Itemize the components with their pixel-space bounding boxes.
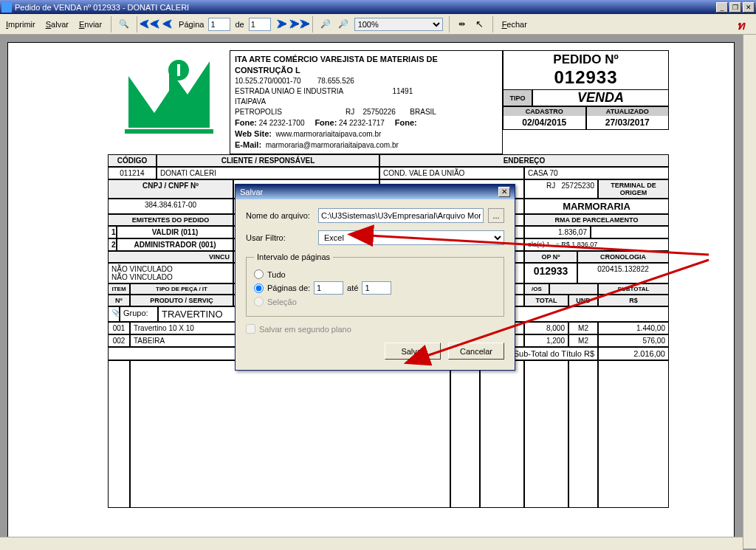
codigo-label: CÓDIGO (108, 154, 157, 167)
last-page-icon[interactable]: ⮞⮞ (293, 18, 306, 31)
dialog-titlebar[interactable]: Salvar ✕ (236, 185, 515, 199)
close-menu[interactable]: Fechar (499, 18, 530, 30)
page-label: Página (179, 20, 204, 29)
order-title: PEDIDO Nº (504, 52, 668, 67)
company-logo (108, 50, 230, 146)
browse-button[interactable]: ... (488, 208, 504, 223)
window-title: Pedido de VENDA nº 012933 - DONATI CALER… (15, 3, 715, 12)
filename-input[interactable] (318, 208, 484, 223)
page-total-input (249, 18, 271, 31)
tipo-label: TIPO (503, 89, 532, 106)
order-number: 012933 (504, 67, 668, 88)
company-name: ITA ARTE COMÉRCIO VAREJISTA DE MATERIAIS… (235, 55, 438, 75)
page-range-fieldset: Intervalo de páginas Tudo Páginas de: at… (246, 252, 504, 317)
cadastro-label: CADASTRO (504, 107, 585, 116)
order-box: PEDIDO Nº 012933 TIPO VENDA CADASTRO 02/… (503, 50, 669, 154)
radio-all[interactable] (254, 269, 264, 279)
op-label: OP Nº (524, 251, 577, 263)
cnpj-value: 384.384.617-00 (108, 199, 233, 214)
dialog-title: Salvar (240, 188, 263, 196)
company-info: ITA ARTE COMÉRCIO VAREJISTA DE MATERIAIS… (230, 50, 503, 154)
cliente-value: DONATI CALERI (157, 167, 379, 179)
cronologia-label: CRONOLOGIA (577, 251, 669, 263)
pointer-icon[interactable]: ↖ (473, 18, 487, 31)
print-menu[interactable]: Imprimir (3, 18, 38, 30)
svg-rect-2 (125, 129, 213, 134)
next-page-icon[interactable]: ⮞ (275, 18, 289, 31)
filename-label: Nome do arquivo: (246, 211, 314, 220)
send-menu[interactable]: Enviar (76, 18, 105, 30)
clip-icon: 📎 (108, 306, 120, 322)
horizontal-scrollbar[interactable] (0, 537, 743, 550)
toolbar: Imprimir Salvar Enviar 🔍 ⮜⮜ ⮜ Página de … (0, 14, 756, 35)
zoom-select[interactable]: 100% (354, 18, 443, 31)
find-icon[interactable]: 🔍 (117, 18, 131, 31)
terminal-label: TERMINAL DE ORIGEM (598, 179, 669, 199)
vertical-scrollbar[interactable] (743, 35, 756, 549)
range-legend: Intervalo de páginas (254, 252, 333, 261)
radio-pages[interactable] (254, 283, 264, 293)
page-current-input[interactable] (208, 18, 230, 31)
filter-label: Usar Filtro: (246, 233, 314, 242)
background-checkbox (246, 324, 255, 334)
tipo-value: VENDA (532, 89, 669, 106)
pages-to-input[interactable] (362, 281, 391, 295)
brand-logo-icon: ท (737, 16, 753, 32)
save-menu[interactable]: Salvar (43, 18, 72, 30)
cadastro-value: 02/04/2015 (504, 116, 585, 129)
zoom-fit-icon[interactable]: 🔎 (337, 18, 350, 31)
atualizado-label: ATUALIZADO (587, 107, 669, 116)
emitentes-label: EMITENTES DO PEDIDO (108, 214, 233, 226)
subtotal-value: 2.016,00 (598, 347, 669, 360)
zoom-tool-icon[interactable]: 🔎 (319, 18, 332, 31)
op-value: 012933 (524, 263, 577, 283)
pages-from-input[interactable] (314, 281, 343, 295)
window-titlebar: Pedido de VENDA nº 012933 - DONATI CALER… (0, 0, 756, 14)
prev-page-icon[interactable]: ⮜ (161, 18, 174, 31)
terminal-value: MARMORARIA (524, 199, 669, 214)
dialog-cancel-button[interactable]: Cancelar (448, 343, 504, 360)
minimize-button[interactable]: _ (716, 2, 728, 13)
restore-button[interactable]: ❐ (729, 2, 741, 13)
dialog-save-button[interactable]: Salvar (385, 343, 441, 360)
save-dialog: Salvar ✕ Nome do arquivo: ... Usar Filtr… (235, 184, 515, 371)
endereco-label: ENDEREÇO (379, 154, 669, 167)
dialog-close-icon[interactable]: ✕ (498, 187, 510, 197)
ruler-icon[interactable]: ⇹ (456, 18, 469, 31)
codigo-value: 011214 (108, 167, 157, 179)
cronologia-value: 020415.132822 (577, 263, 669, 283)
app-icon (1, 2, 12, 13)
filter-select[interactable]: Excel (318, 230, 504, 245)
close-button[interactable]: ✕ (743, 2, 755, 13)
svg-rect-1 (177, 64, 180, 76)
cliente-label: CLIENTE / RESPONSÁVEL (157, 154, 379, 167)
cnpj-label: CNPJ / CNPF Nº (108, 179, 233, 199)
radio-selection (254, 297, 264, 306)
parcelamento-label: RMA DE PARCELAMENTO (524, 214, 669, 226)
page-of-label: de (235, 20, 244, 29)
atualizado-value: 27/03/2017 (587, 116, 669, 129)
first-page-icon[interactable]: ⮜⮜ (143, 18, 157, 31)
